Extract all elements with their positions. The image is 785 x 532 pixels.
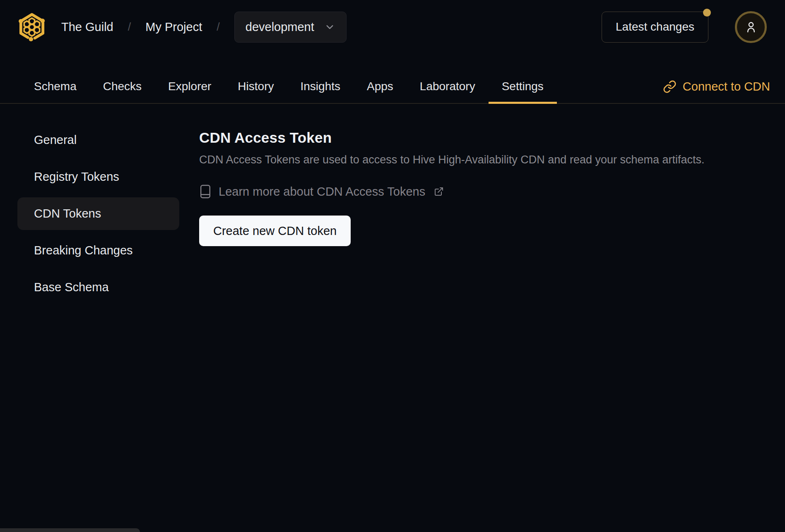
- sidebar-item-base-schema[interactable]: Base Schema: [17, 271, 179, 304]
- tab-apps[interactable]: Apps: [354, 70, 407, 103]
- tab-laboratory[interactable]: Laboratory: [407, 70, 489, 103]
- breadcrumb-org[interactable]: The Guild: [61, 20, 113, 34]
- primary-tabs: Schema Checks Explorer History Insights …: [0, 54, 785, 104]
- top-header: The Guild / My Project / development Lat…: [0, 0, 785, 54]
- sidebar-item-breaking-changes[interactable]: Breaking Changes: [17, 234, 179, 267]
- chain-link-icon: [663, 80, 677, 93]
- connect-to-cdn-label: Connect to CDN: [683, 80, 770, 93]
- page-description: CDN Access Tokens are used to access to …: [199, 153, 768, 167]
- environment-selector[interactable]: development: [234, 12, 347, 43]
- book-icon: [199, 184, 212, 199]
- breadcrumb-project[interactable]: My Project: [145, 20, 202, 34]
- notification-dot: [703, 9, 711, 17]
- learn-more-link[interactable]: Learn more about CDN Access Tokens: [199, 184, 444, 199]
- sidebar-item-general[interactable]: General: [17, 124, 179, 156]
- breadcrumb-separator: /: [128, 21, 131, 34]
- settings-content: General Registry Tokens CDN Tokens Break…: [0, 104, 785, 308]
- environment-selector-value: development: [246, 20, 314, 34]
- cdn-token-panel: CDN Access Token CDN Access Tokens are u…: [199, 124, 768, 308]
- settings-sidebar: General Registry Tokens CDN Tokens Break…: [17, 124, 179, 308]
- page-title: CDN Access Token: [199, 129, 768, 147]
- latest-changes-button[interactable]: Latest changes: [602, 12, 708, 43]
- create-cdn-token-button[interactable]: Create new CDN token: [199, 216, 351, 246]
- tab-explorer[interactable]: Explorer: [155, 70, 224, 103]
- user-icon: [744, 20, 758, 34]
- tab-history[interactable]: History: [224, 70, 287, 103]
- tab-checks[interactable]: Checks: [90, 70, 155, 103]
- sidebar-item-registry-tokens[interactable]: Registry Tokens: [17, 161, 179, 193]
- external-link-icon: [432, 187, 444, 197]
- chevron-down-icon: [324, 22, 335, 33]
- hive-logo-icon[interactable]: [17, 12, 47, 42]
- tab-insights[interactable]: Insights: [287, 70, 354, 103]
- tab-settings[interactable]: Settings: [489, 70, 557, 103]
- breadcrumb-separator: /: [217, 21, 220, 34]
- learn-more-label: Learn more about CDN Access Tokens: [219, 185, 425, 199]
- user-menu-button[interactable]: [735, 11, 767, 43]
- connect-to-cdn-link[interactable]: Connect to CDN: [651, 70, 782, 103]
- latest-changes-label: Latest changes: [616, 20, 694, 34]
- bottom-drawer-handle[interactable]: [0, 528, 140, 532]
- sidebar-item-cdn-tokens[interactable]: CDN Tokens: [17, 197, 179, 230]
- tab-schema[interactable]: Schema: [21, 70, 90, 103]
- breadcrumb: The Guild / My Project /: [47, 20, 234, 34]
